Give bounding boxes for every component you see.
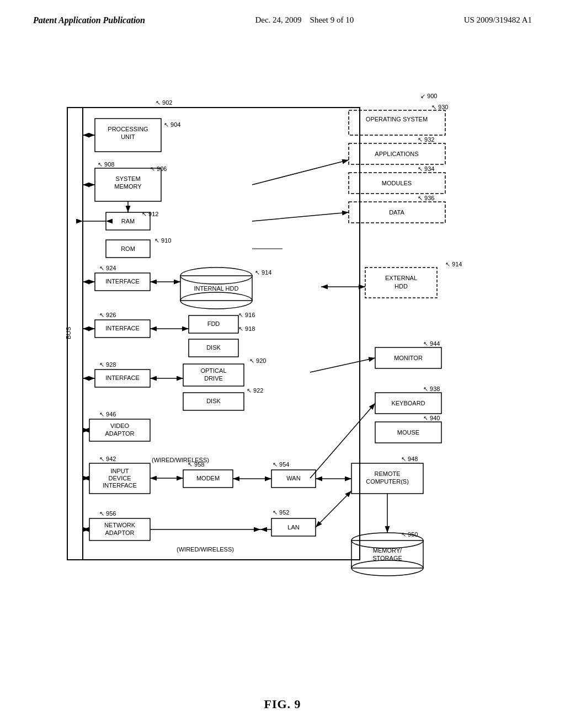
wired-wireless-956: (WIRED/WIRELESS)	[177, 546, 234, 553]
modem-label: MODEM	[196, 475, 220, 481]
os-label: OPERATING SYSTEM	[366, 116, 428, 122]
interface-924-label: INTERFACE	[105, 278, 140, 285]
svg-rect-4	[67, 108, 360, 560]
label-904: ↖ 904	[164, 121, 180, 128]
optical-drive-label2: DRIVE	[204, 375, 223, 382]
label-952: ↖ 952	[273, 509, 289, 516]
wan-label: WAN	[286, 475, 300, 481]
optical-drive-label: OPTICAL	[200, 367, 226, 374]
label-932: ↖ 932	[418, 136, 434, 143]
label-924: ↖ 924	[99, 265, 116, 271]
label-914-hdd: ↖ 914	[255, 269, 271, 276]
memory-storage-label: MEMORY/	[373, 547, 402, 554]
label-954: ↖ 954	[273, 461, 289, 468]
label-900: ↙ 900	[420, 93, 437, 99]
external-hdd-label: EXTERNAL	[385, 275, 417, 281]
label-926: ↖ 926	[99, 312, 116, 318]
video-adaptor-label: VIDEO	[110, 422, 130, 429]
disk-922-label: DISK	[206, 398, 221, 404]
label-942: ↖ 942	[99, 456, 116, 462]
interface-928-label: INTERFACE	[105, 374, 140, 381]
rom-label: ROM	[121, 245, 135, 252]
label-944: ↖ 944	[423, 340, 440, 347]
label-928: ↖ 928	[99, 361, 116, 368]
bus-label: BUS	[65, 326, 72, 339]
label-946: ↖ 946	[99, 411, 116, 417]
label-956: ↖ 956	[99, 510, 116, 517]
processing-unit-label: PROCESSING	[108, 126, 148, 132]
input-device-label2: DEVICE	[109, 475, 131, 481]
monitor-label: MONITOR	[394, 355, 423, 361]
system-memory-label2: MEMORY	[114, 183, 142, 190]
svg-rect-39	[349, 110, 445, 135]
svg-line-43	[252, 212, 349, 221]
internal-hdd-label: INTERNAL HDD	[194, 285, 239, 292]
svg-line-57	[316, 491, 351, 527]
label-902: ↖ 902	[156, 99, 172, 106]
data-label: DATA	[389, 209, 404, 216]
header-right: US 2009/319482 A1	[464, 15, 532, 25]
svg-rect-59	[351, 540, 423, 568]
ram-label: RAM	[121, 218, 135, 224]
fdd-label: FDD	[207, 320, 220, 327]
remote-computer-label: REMOTE	[374, 470, 400, 477]
header-left: Patent Application Publication	[33, 15, 145, 25]
memory-storage-label2: STORAGE	[372, 555, 402, 561]
label-908: ↖ 908	[98, 161, 114, 168]
processing-unit-label2: UNIT	[121, 133, 135, 140]
label-940: ↖ 940	[423, 415, 440, 421]
label-922: ↖ 922	[247, 387, 263, 394]
input-device-label: INPUT	[111, 468, 129, 474]
label-934: ↖ 934	[418, 165, 434, 172]
header-center: Dec. 24, 2009 Sheet 9 of 10	[255, 15, 354, 25]
label-918: ↖ 918	[238, 325, 255, 332]
label-930: ↖ 930	[431, 104, 448, 110]
diagram-area: ↙ 900 ↖ 902 BUS PROCESSING UNIT ↖ 904 SY…	[33, 77, 532, 684]
video-adaptor-label2: ADAPTOR	[105, 430, 135, 437]
label-936: ↖ 936	[418, 195, 434, 201]
remote-computer-label2: COMPUTER(S)	[366, 478, 409, 485]
modules-label: MODULES	[382, 180, 412, 186]
applications-label: APPLICATIONS	[375, 151, 418, 157]
label-948: ↖ 948	[401, 456, 418, 462]
label-916: ↖ 916	[238, 312, 255, 318]
keyboard-label: KEYBOARD	[391, 400, 425, 406]
svg-line-62	[252, 160, 349, 185]
label-938: ↖ 938	[423, 386, 440, 392]
figure-label: FIG. 9	[264, 697, 301, 711]
label-958: ↖ 958	[188, 461, 204, 468]
input-device-label3: INTERFACE	[103, 482, 137, 489]
lan-label: LAN	[287, 524, 299, 531]
disk-918-label: DISK	[206, 344, 221, 351]
network-adaptor-label2: ADAPTOR	[105, 529, 135, 536]
svg-line-47	[310, 358, 375, 372]
label-906: ↖ 906	[150, 165, 167, 172]
interface-926-label: INTERFACE	[105, 325, 140, 331]
page-header: Patent Application Publication Dec. 24, …	[0, 0, 565, 25]
system-memory-label: SYSTEM	[115, 175, 140, 182]
mouse-label: MOUSE	[397, 429, 419, 436]
network-adaptor-label: NETWORK	[104, 522, 136, 528]
label-950: ↖ 950	[401, 531, 418, 538]
label-914-ext: ↖ 914	[445, 261, 462, 267]
label-920: ↖ 920	[249, 357, 266, 364]
external-hdd-label2: HDD	[395, 283, 408, 290]
svg-line-50	[310, 403, 375, 478]
label-910: ↖ 910	[154, 237, 171, 244]
label-912: ↖ 912	[142, 211, 158, 217]
